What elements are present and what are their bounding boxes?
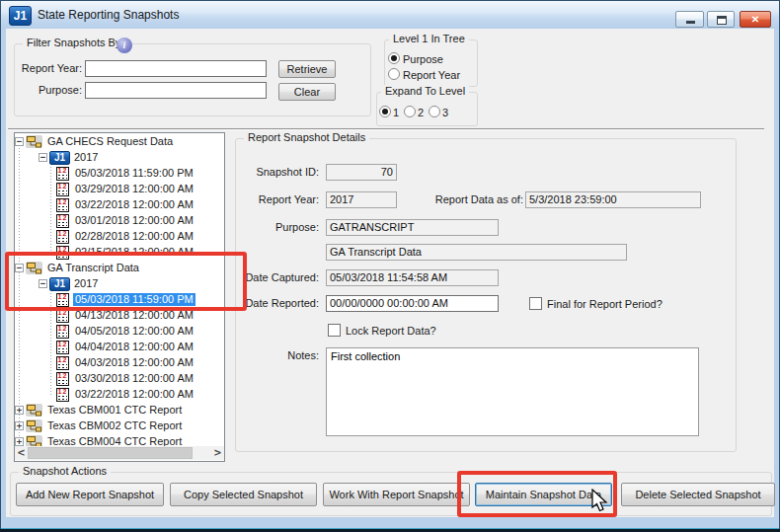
snapshot-id-label: Snapshot ID: xyxy=(220,166,319,178)
level1-group-label: Level 1 In Tree xyxy=(389,33,469,44)
calendar-icon: 12 xyxy=(56,214,69,228)
tree-node-label[interactable]: 03/22/2018 12:00:00 AM xyxy=(73,388,195,401)
radio-expand-3-label[interactable]: 3 xyxy=(442,107,448,118)
state-reporting-snapshots-window: J1 State Reporting Snapshots ✕ Filter Sn… xyxy=(0,0,780,532)
report-year-filter-input[interactable] xyxy=(85,60,267,77)
tree-node[interactable]: 12 03/29/2018 12:00:00 AM xyxy=(15,182,224,197)
tree-node[interactable]: 12 02/28/2018 12:00:00 AM xyxy=(15,229,224,245)
date-reported-field[interactable]: 00/00/0000 00:00:00 AM xyxy=(326,295,499,312)
radio-expand-2[interactable] xyxy=(404,106,416,117)
scroll-right-arrow-icon[interactable]: > xyxy=(211,446,224,460)
window-title: State Reporting Snapshots xyxy=(38,8,179,22)
report-year-field: 2017 xyxy=(326,191,397,208)
collapse-icon[interactable]: − xyxy=(15,137,24,146)
collapse-icon[interactable]: − xyxy=(39,153,47,162)
radio-expand-1-label[interactable]: 1 xyxy=(393,107,399,118)
retrieve-button[interactable]: Retrieve xyxy=(278,60,336,78)
report-year-filter-label: Report Year: xyxy=(13,62,82,74)
tree-node[interactable]: + Texas CBM002 CTC Report xyxy=(15,418,224,434)
lock-report-data-label[interactable]: Lock Report Data? xyxy=(346,325,436,337)
copy-selected-snapshot-button[interactable]: Copy Selected Snapshot xyxy=(170,483,317,506)
tree-selection-annotation-box xyxy=(5,252,247,311)
calendar-icon: 12 xyxy=(56,341,69,354)
expand-icon[interactable]: + xyxy=(15,421,24,430)
calendar-icon: 12 xyxy=(56,325,69,339)
radio-expand-2-label[interactable]: 2 xyxy=(418,107,424,118)
tree-node-label[interactable]: 04/05/2018 12:00:00 AM xyxy=(73,325,195,338)
tree-node[interactable]: 12 04/03/2018 12:00:00 AM xyxy=(15,355,224,371)
tree-node[interactable]: 12 05/03/2018 11:59:00 PM xyxy=(15,166,224,182)
radio-purpose-label[interactable]: Purpose xyxy=(403,53,443,65)
tree-node-label[interactable]: Texas CBM002 CTC Report xyxy=(45,419,184,432)
notes-textarea[interactable]: First collection xyxy=(326,347,699,436)
tree-node-label[interactable]: GA CHECS Request Data xyxy=(45,135,175,148)
radio-report-year-label[interactable]: Report Year xyxy=(403,69,460,81)
actions-group-label: Snapshot Actions xyxy=(19,465,111,477)
delete-selected-snapshot-button[interactable]: Delete Selected Snapshot xyxy=(621,483,775,506)
tree-node[interactable]: + Texas CBM004 CTC Report xyxy=(15,434,224,446)
expand-groupbox: Expand To Level xyxy=(376,92,478,126)
purpose-code-field: GATRANSCRIPT xyxy=(326,219,499,236)
tree-node[interactable]: 12 03/22/2018 12:00:00 AM xyxy=(15,387,224,403)
radio-expand-3[interactable] xyxy=(429,106,440,117)
purpose-node-icon xyxy=(26,135,42,148)
tree-node-label[interactable]: 04/03/2018 12:00:00 AM xyxy=(73,356,195,369)
scrollbar-thumb[interactable] xyxy=(28,447,193,459)
tree-node[interactable]: + Texas CBM001 CTC Report xyxy=(15,403,224,418)
info-icon[interactable]: i xyxy=(117,38,132,53)
tree-node-label[interactable]: Texas CBM004 CTC Report xyxy=(45,435,184,446)
final-for-report-period-checkbox[interactable] xyxy=(529,297,542,310)
purpose-filter-input[interactable] xyxy=(85,82,267,99)
radio-expand-1[interactable] xyxy=(379,106,391,117)
calendar-icon: 12 xyxy=(56,309,69,323)
add-new-report-snapshot-button[interactable]: Add New Report Snapshot xyxy=(16,483,164,506)
report-data-as-of-label: Report Data as of: xyxy=(420,193,523,205)
clear-button[interactable]: Clear xyxy=(278,83,336,101)
purpose-node-icon xyxy=(26,404,42,417)
calendar-icon: 12 xyxy=(56,198,69,212)
tree-node[interactable]: 12 03/22/2018 12:00:00 AM xyxy=(15,197,224,213)
tree-node-label[interactable]: 03/30/2018 12:00:00 AM xyxy=(73,372,195,385)
close-button[interactable]: ✕ xyxy=(740,11,771,28)
tree-node[interactable]: 12 04/05/2018 12:00:00 AM xyxy=(15,324,224,340)
minimize-icon xyxy=(686,21,695,24)
tree-node-label[interactable]: 05/03/2018 11:59:00 PM xyxy=(73,167,195,180)
final-for-report-period-label[interactable]: Final for Report Period? xyxy=(547,298,663,310)
purpose-label: Purpose: xyxy=(220,221,319,233)
expand-icon[interactable]: + xyxy=(15,437,24,446)
work-with-report-snapshot-button[interactable]: Work With Report Snapshot xyxy=(323,483,470,506)
tree-horizontal-scrollbar[interactable]: < > xyxy=(15,446,224,460)
purpose-node-icon xyxy=(26,419,42,432)
tree-node[interactable]: − J1 2017 xyxy=(15,150,224,166)
tree-node-label[interactable]: 02/28/2018 12:00:00 AM xyxy=(73,230,195,243)
purpose-description-field: GA Transcript Data xyxy=(326,244,627,261)
details-group-label: Report Snapshot Details xyxy=(244,131,369,143)
notes-label: Notes: xyxy=(220,349,319,361)
lock-report-data-checkbox[interactable] xyxy=(328,324,341,337)
report-year-label: Report Year: xyxy=(220,193,319,205)
expand-icon[interactable]: + xyxy=(15,406,24,415)
tree-node[interactable]: − GA CHECS Request Data xyxy=(15,134,224,150)
titlebar[interactable]: J1 State Reporting Snapshots ✕ xyxy=(1,1,779,29)
date-captured-field: 05/03/2018 11:54:58 AM xyxy=(326,269,499,286)
tree-node[interactable]: 12 03/01/2018 12:00:00 AM xyxy=(15,213,224,229)
tree-node-label[interactable]: Texas CBM001 CTC Report xyxy=(45,404,184,417)
tree-node-label[interactable]: 03/22/2018 12:00:00 AM xyxy=(73,198,195,211)
report-data-as-of-field: 5/3/2018 23:59:00 xyxy=(525,191,701,208)
scroll-left-arrow-icon[interactable]: < xyxy=(15,446,28,460)
j1-year-icon: J1 xyxy=(49,151,70,165)
info-glyph: i xyxy=(123,39,126,50)
maximize-button[interactable] xyxy=(707,11,735,28)
tree-node-label[interactable]: 03/29/2018 12:00:00 AM xyxy=(73,183,195,195)
tree-node[interactable]: 12 03/30/2018 12:00:00 AM xyxy=(15,371,224,387)
calendar-icon: 12 xyxy=(56,356,69,370)
radio-purpose[interactable] xyxy=(388,52,400,64)
tree-node-label[interactable]: 04/04/2018 12:00:00 AM xyxy=(73,341,195,353)
minimize-button[interactable] xyxy=(675,11,704,28)
tree-node-label[interactable]: 2017 xyxy=(72,151,100,164)
radio-report-year[interactable] xyxy=(388,68,400,80)
calendar-icon: 12 xyxy=(56,230,69,244)
tree-node-label[interactable]: 03/01/2018 12:00:00 AM xyxy=(73,214,195,227)
filter-groupbox: Filter Snapshots By xyxy=(14,43,371,116)
tree-node[interactable]: 12 04/04/2018 12:00:00 AM xyxy=(15,340,224,355)
